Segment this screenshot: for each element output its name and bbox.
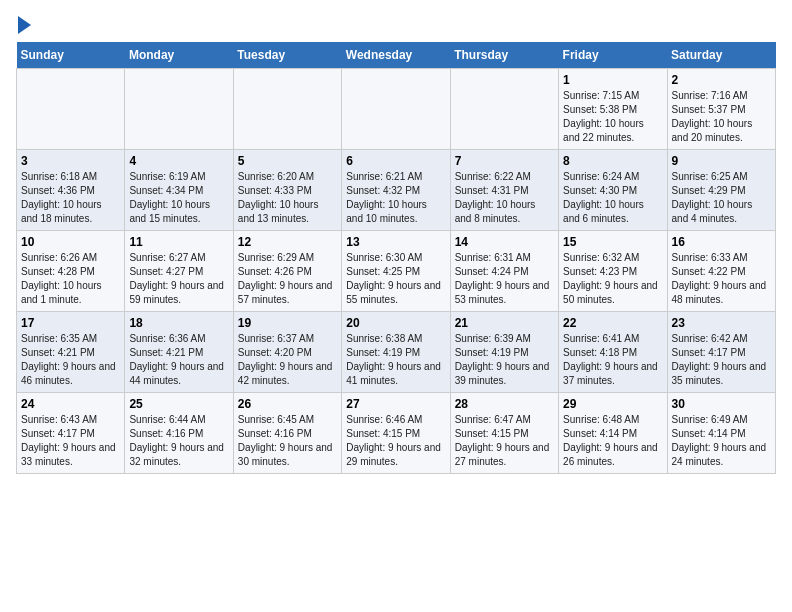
- calendar-week-2: 10Sunrise: 6:26 AM Sunset: 4:28 PM Dayli…: [17, 231, 776, 312]
- header-sunday: Sunday: [17, 42, 125, 69]
- day-info: Sunrise: 7:15 AM Sunset: 5:38 PM Dayligh…: [563, 89, 662, 145]
- day-number: 26: [238, 397, 337, 411]
- calendar-cell: 2Sunrise: 7:16 AM Sunset: 5:37 PM Daylig…: [667, 69, 775, 150]
- day-number: 7: [455, 154, 554, 168]
- calendar-cell: [450, 69, 558, 150]
- calendar-table: SundayMondayTuesdayWednesdayThursdayFrid…: [16, 42, 776, 474]
- calendar-cell: 15Sunrise: 6:32 AM Sunset: 4:23 PM Dayli…: [559, 231, 667, 312]
- day-number: 18: [129, 316, 228, 330]
- logo: [16, 16, 31, 34]
- day-info: Sunrise: 6:19 AM Sunset: 4:34 PM Dayligh…: [129, 170, 228, 226]
- calendar-cell: 10Sunrise: 6:26 AM Sunset: 4:28 PM Dayli…: [17, 231, 125, 312]
- calendar-header-row: SundayMondayTuesdayWednesdayThursdayFrid…: [17, 42, 776, 69]
- day-info: Sunrise: 6:32 AM Sunset: 4:23 PM Dayligh…: [563, 251, 662, 307]
- day-info: Sunrise: 6:41 AM Sunset: 4:18 PM Dayligh…: [563, 332, 662, 388]
- calendar-cell: 11Sunrise: 6:27 AM Sunset: 4:27 PM Dayli…: [125, 231, 233, 312]
- calendar-cell: 3Sunrise: 6:18 AM Sunset: 4:36 PM Daylig…: [17, 150, 125, 231]
- day-info: Sunrise: 6:20 AM Sunset: 4:33 PM Dayligh…: [238, 170, 337, 226]
- calendar-cell: 8Sunrise: 6:24 AM Sunset: 4:30 PM Daylig…: [559, 150, 667, 231]
- logo-arrow-icon: [18, 16, 31, 34]
- header-thursday: Thursday: [450, 42, 558, 69]
- day-number: 24: [21, 397, 120, 411]
- calendar-cell: 13Sunrise: 6:30 AM Sunset: 4:25 PM Dayli…: [342, 231, 450, 312]
- day-info: Sunrise: 6:26 AM Sunset: 4:28 PM Dayligh…: [21, 251, 120, 307]
- day-number: 13: [346, 235, 445, 249]
- day-info: Sunrise: 6:43 AM Sunset: 4:17 PM Dayligh…: [21, 413, 120, 469]
- calendar-cell: 23Sunrise: 6:42 AM Sunset: 4:17 PM Dayli…: [667, 312, 775, 393]
- day-info: Sunrise: 6:39 AM Sunset: 4:19 PM Dayligh…: [455, 332, 554, 388]
- day-number: 20: [346, 316, 445, 330]
- day-info: Sunrise: 6:45 AM Sunset: 4:16 PM Dayligh…: [238, 413, 337, 469]
- day-info: Sunrise: 6:36 AM Sunset: 4:21 PM Dayligh…: [129, 332, 228, 388]
- day-number: 15: [563, 235, 662, 249]
- day-info: Sunrise: 6:37 AM Sunset: 4:20 PM Dayligh…: [238, 332, 337, 388]
- day-info: Sunrise: 6:48 AM Sunset: 4:14 PM Dayligh…: [563, 413, 662, 469]
- calendar-cell: 20Sunrise: 6:38 AM Sunset: 4:19 PM Dayli…: [342, 312, 450, 393]
- day-number: 17: [21, 316, 120, 330]
- calendar-cell: 26Sunrise: 6:45 AM Sunset: 4:16 PM Dayli…: [233, 393, 341, 474]
- calendar-cell: 28Sunrise: 6:47 AM Sunset: 4:15 PM Dayli…: [450, 393, 558, 474]
- header-tuesday: Tuesday: [233, 42, 341, 69]
- day-info: Sunrise: 6:47 AM Sunset: 4:15 PM Dayligh…: [455, 413, 554, 469]
- calendar-cell: 4Sunrise: 6:19 AM Sunset: 4:34 PM Daylig…: [125, 150, 233, 231]
- day-info: Sunrise: 7:16 AM Sunset: 5:37 PM Dayligh…: [672, 89, 771, 145]
- day-number: 14: [455, 235, 554, 249]
- day-info: Sunrise: 6:44 AM Sunset: 4:16 PM Dayligh…: [129, 413, 228, 469]
- day-number: 23: [672, 316, 771, 330]
- calendar-cell: 30Sunrise: 6:49 AM Sunset: 4:14 PM Dayli…: [667, 393, 775, 474]
- day-number: 27: [346, 397, 445, 411]
- calendar-week-3: 17Sunrise: 6:35 AM Sunset: 4:21 PM Dayli…: [17, 312, 776, 393]
- calendar-cell: 14Sunrise: 6:31 AM Sunset: 4:24 PM Dayli…: [450, 231, 558, 312]
- calendar-cell: [125, 69, 233, 150]
- calendar-cell: 17Sunrise: 6:35 AM Sunset: 4:21 PM Dayli…: [17, 312, 125, 393]
- day-info: Sunrise: 6:49 AM Sunset: 4:14 PM Dayligh…: [672, 413, 771, 469]
- calendar-cell: 6Sunrise: 6:21 AM Sunset: 4:32 PM Daylig…: [342, 150, 450, 231]
- day-number: 2: [672, 73, 771, 87]
- calendar-cell: 22Sunrise: 6:41 AM Sunset: 4:18 PM Dayli…: [559, 312, 667, 393]
- day-number: 30: [672, 397, 771, 411]
- day-info: Sunrise: 6:31 AM Sunset: 4:24 PM Dayligh…: [455, 251, 554, 307]
- calendar-cell: [17, 69, 125, 150]
- day-number: 29: [563, 397, 662, 411]
- day-number: 4: [129, 154, 228, 168]
- calendar-cell: 1Sunrise: 7:15 AM Sunset: 5:38 PM Daylig…: [559, 69, 667, 150]
- day-info: Sunrise: 6:46 AM Sunset: 4:15 PM Dayligh…: [346, 413, 445, 469]
- calendar-cell: 24Sunrise: 6:43 AM Sunset: 4:17 PM Dayli…: [17, 393, 125, 474]
- day-number: 1: [563, 73, 662, 87]
- day-number: 16: [672, 235, 771, 249]
- day-number: 9: [672, 154, 771, 168]
- calendar-cell: 9Sunrise: 6:25 AM Sunset: 4:29 PM Daylig…: [667, 150, 775, 231]
- day-info: Sunrise: 6:24 AM Sunset: 4:30 PM Dayligh…: [563, 170, 662, 226]
- page-header: [16, 16, 776, 34]
- calendar-week-4: 24Sunrise: 6:43 AM Sunset: 4:17 PM Dayli…: [17, 393, 776, 474]
- calendar-cell: 19Sunrise: 6:37 AM Sunset: 4:20 PM Dayli…: [233, 312, 341, 393]
- day-info: Sunrise: 6:22 AM Sunset: 4:31 PM Dayligh…: [455, 170, 554, 226]
- day-info: Sunrise: 6:18 AM Sunset: 4:36 PM Dayligh…: [21, 170, 120, 226]
- calendar-cell: [342, 69, 450, 150]
- calendar-cell: 25Sunrise: 6:44 AM Sunset: 4:16 PM Dayli…: [125, 393, 233, 474]
- header-friday: Friday: [559, 42, 667, 69]
- day-info: Sunrise: 6:27 AM Sunset: 4:27 PM Dayligh…: [129, 251, 228, 307]
- calendar-week-0: 1Sunrise: 7:15 AM Sunset: 5:38 PM Daylig…: [17, 69, 776, 150]
- calendar-cell: [233, 69, 341, 150]
- day-number: 3: [21, 154, 120, 168]
- day-number: 6: [346, 154, 445, 168]
- day-info: Sunrise: 6:33 AM Sunset: 4:22 PM Dayligh…: [672, 251, 771, 307]
- day-number: 28: [455, 397, 554, 411]
- calendar-cell: 5Sunrise: 6:20 AM Sunset: 4:33 PM Daylig…: [233, 150, 341, 231]
- header-wednesday: Wednesday: [342, 42, 450, 69]
- calendar-cell: 29Sunrise: 6:48 AM Sunset: 4:14 PM Dayli…: [559, 393, 667, 474]
- calendar-cell: 7Sunrise: 6:22 AM Sunset: 4:31 PM Daylig…: [450, 150, 558, 231]
- day-number: 5: [238, 154, 337, 168]
- day-number: 25: [129, 397, 228, 411]
- header-monday: Monday: [125, 42, 233, 69]
- day-info: Sunrise: 6:30 AM Sunset: 4:25 PM Dayligh…: [346, 251, 445, 307]
- header-saturday: Saturday: [667, 42, 775, 69]
- day-info: Sunrise: 6:21 AM Sunset: 4:32 PM Dayligh…: [346, 170, 445, 226]
- day-info: Sunrise: 6:42 AM Sunset: 4:17 PM Dayligh…: [672, 332, 771, 388]
- day-number: 10: [21, 235, 120, 249]
- day-number: 8: [563, 154, 662, 168]
- day-number: 21: [455, 316, 554, 330]
- day-info: Sunrise: 6:35 AM Sunset: 4:21 PM Dayligh…: [21, 332, 120, 388]
- calendar-cell: 18Sunrise: 6:36 AM Sunset: 4:21 PM Dayli…: [125, 312, 233, 393]
